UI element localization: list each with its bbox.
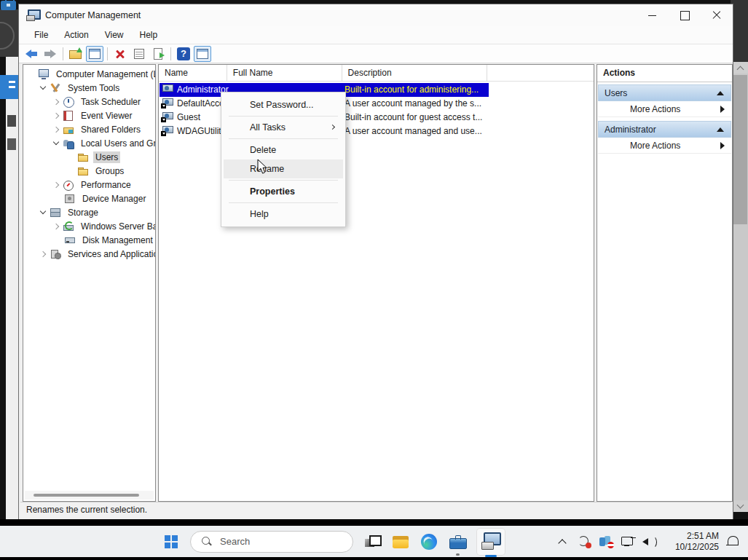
action-more-actions-users[interactable]: More Actions [598,101,731,117]
services-icon [50,249,61,259]
maximize-button[interactable] [669,4,701,26]
tree-item-users[interactable]: Users [23,150,155,164]
user-account-icon [162,84,173,94]
delete-button[interactable] [111,46,129,62]
chevron-down-icon[interactable] [53,139,59,145]
user-description: A user account managed and use... [345,125,487,138]
up-one-level-button[interactable] [67,46,84,62]
tree-item-services-and-applications[interactable]: Services and Applications [23,247,155,261]
context-menu-help[interactable]: Help [224,205,343,224]
chevron-right-icon[interactable] [53,181,59,187]
taskbar-computer-management-active[interactable] [476,528,505,556]
show-hide-action-pane-icon [196,47,209,60]
user-account-icon [162,126,173,135]
chevron-down-icon[interactable] [40,208,46,214]
menu-help[interactable]: Help [132,28,166,42]
minimize-button[interactable] [637,4,669,26]
scrollbar-thumb[interactable] [34,494,139,497]
scrollbar-thumb[interactable] [733,75,747,224]
user-account-icon [162,112,173,122]
menu-view[interactable]: View [97,28,132,42]
background-scrollbar[interactable] [733,62,748,512]
actions-section-users[interactable]: Users [598,84,731,101]
forward-button[interactable] [42,46,59,62]
tree-item-event-viewer[interactable]: Event Viewer [23,109,155,122]
notifications-bell-icon[interactable] [725,533,741,551]
chevron-right-icon[interactable] [53,126,59,132]
tree-item-label: Services and Applications [66,248,156,260]
taskbar-pinned-icons: Search [162,526,505,557]
toolbar-separator [107,47,108,60]
export-list-button[interactable] [149,46,167,62]
tree-item-windows-server-backup[interactable]: Windows Server Backup [23,219,155,233]
chevron-right-icon[interactable] [40,251,46,256]
menu-action[interactable]: Action [56,28,96,42]
toolbar-separator [170,47,171,60]
tree-item-device-manager[interactable]: Device Manager [23,192,155,205]
volume-icon[interactable] [642,533,658,551]
action-more-actions-administrator[interactable]: More Actions [598,138,731,154]
chevron-right-icon[interactable] [53,98,59,104]
tree-item-computer-management-local[interactable]: Computer Management (Local [23,67,155,81]
update-icon[interactable] [576,533,592,551]
status-text: Renames the current selection. [26,505,147,515]
taskbar-file-explorer[interactable] [391,532,410,551]
column-header-full-name[interactable]: Full Name [227,65,342,81]
column-header-description[interactable]: Description [342,65,488,81]
menu-item-label: Properties [250,186,295,197]
tree-horizontal-scrollbar[interactable] [25,491,154,500]
taskbar: Search 2:51 AM10/12/2025 [0,526,748,557]
desktop-toolbox-icon [1,1,16,10]
tree-item-label: Disk Management [80,234,155,246]
tree-item-groups[interactable]: Groups [23,164,155,178]
taskbar-server-manager[interactable] [448,532,467,551]
tree-item-storage[interactable]: Storage [23,205,155,219]
user-description: Built-in account for administering... [345,83,487,97]
tree-item-disk-management[interactable]: Disk Management [23,233,155,247]
context-menu-delete[interactable]: Delete [224,141,343,159]
context-menu-all-tasks[interactable]: All Tasks [224,118,343,137]
titlebar[interactable]: Computer Management [19,4,733,26]
action-label: More Actions [630,141,680,151]
close-button[interactable] [701,4,733,26]
taskbar-task-view[interactable] [363,532,382,551]
disabled-arrow-icon [161,131,166,136]
server-status-icon[interactable] [598,533,614,551]
show-hide-console-tree-button[interactable] [86,46,103,62]
column-header-name[interactable]: Name [159,65,227,81]
taskbar-edge[interactable] [420,532,438,551]
tree-item-shared-folders[interactable]: Shared Folders [23,122,155,136]
tree-item-task-scheduler[interactable]: Task Scheduler [23,95,155,109]
context-menu-properties[interactable]: Properties [224,182,343,201]
context-menu-rename[interactable]: Rename [224,159,343,178]
actions-pane-title: Actions [597,65,732,82]
window-controls [637,4,733,26]
show-hide-action-pane-button[interactable] [194,46,211,62]
chevron-up-icon[interactable] [554,533,570,551]
search-input[interactable]: Search [190,531,353,553]
scroll-down-icon[interactable] [733,500,748,512]
tree-item-label: Event Viewer [79,110,134,122]
actions-pane: Actions UsersMore ActionsAdministratorMo… [597,64,733,502]
back-button[interactable] [23,46,40,62]
chevron-right-icon[interactable] [53,223,59,229]
chevron-right-icon[interactable] [53,112,59,118]
chevron-down-icon[interactable] [40,84,46,90]
collapse-icon[interactable] [717,91,724,95]
taskbar-clock[interactable]: 2:51 AM10/12/2025 [664,531,719,553]
tree-item-performance[interactable]: Performance [23,178,155,192]
properties-button[interactable] [130,46,148,62]
tree-item-system-tools[interactable]: System Tools [23,81,155,95]
help-button[interactable] [175,46,192,62]
scroll-up-icon[interactable] [733,62,748,74]
desktop-strip [0,519,748,526]
tree-item-local-users-and-groups[interactable]: Local Users and Groups [23,136,155,150]
clock-date: 10/12/2025 [664,542,719,553]
context-menu-set-password[interactable]: Set Password... [224,95,343,114]
device-icon [64,194,76,204]
start-button[interactable] [162,532,181,551]
menu-file[interactable]: File [26,28,56,42]
network-icon[interactable] [620,533,636,551]
actions-section-administrator[interactable]: Administrator [598,121,731,138]
collapse-icon[interactable] [717,127,724,132]
